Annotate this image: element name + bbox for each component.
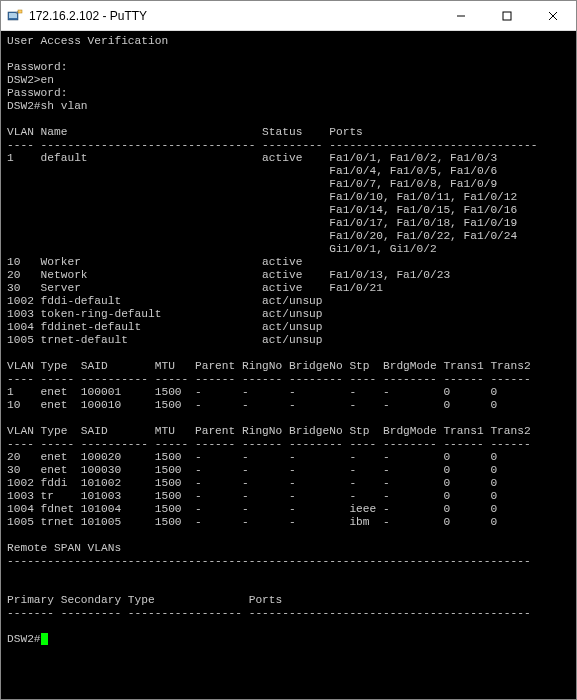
titlebar[interactable]: 172.16.2.102 - PuTTY [1,1,576,31]
svg-rect-2 [18,10,22,13]
minimize-button[interactable] [438,1,484,30]
prompt: DSW2# [7,633,41,645]
putty-window: 172.16.2.102 - PuTTY User Access Verific… [0,0,577,700]
cursor [41,633,48,645]
maximize-button[interactable] [484,1,530,30]
close-button[interactable] [530,1,576,30]
terminal-output[interactable]: User Access Verification Password: DSW2>… [1,31,576,699]
putty-icon [7,8,23,24]
window-buttons [438,1,576,30]
svg-rect-5 [503,12,511,20]
window-title: 172.16.2.102 - PuTTY [29,9,438,23]
